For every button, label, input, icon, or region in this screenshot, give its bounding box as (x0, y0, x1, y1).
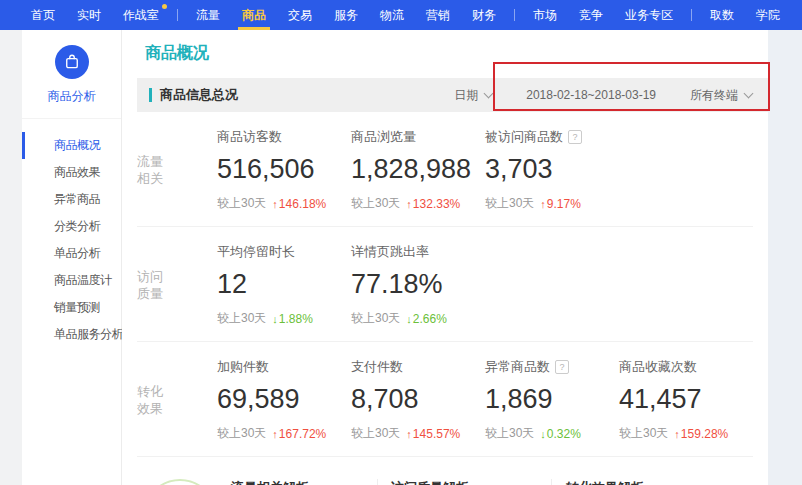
sidebar-section-label[interactable]: 商品分析 (22, 88, 121, 105)
metric-value: 77.18% (351, 269, 485, 300)
nav-divider (177, 9, 178, 21)
metric-item-avg-stay: 平均停留时长 12 较上30天 ↓1.88% (217, 243, 351, 327)
sidebar-item-single-item-analysis[interactable]: 单品分析 (22, 240, 121, 267)
nav-item-warroom[interactable]: 作战室 (112, 0, 170, 30)
down-arrow-icon: ↓ (272, 313, 278, 325)
app-window: 首页 实时 作战室 流量 商品 交易 服务 物流 营销 财务 市场 竞争 业务专… (0, 0, 802, 485)
nav-item-data-extract[interactable]: 取数 (699, 0, 745, 30)
section-title: 商品信息总况 (160, 86, 238, 104)
section-accent-bar (149, 88, 152, 102)
nav-item-finance[interactable]: 财务 (461, 0, 507, 30)
sidebar-item-single-item-service[interactable]: 单品服务分析 (22, 321, 121, 348)
change-percent: ↑9.17% (540, 197, 581, 211)
date-range-picker[interactable]: 2018-02-18~2018-03-19 (526, 88, 656, 102)
metric-value: 3,703 (485, 154, 619, 185)
main-content: 商品概况 商品信息总况 日期 2018-02-18~2018-03-19 所有终… (122, 30, 768, 485)
nav-item-academy[interactable]: 学院 (745, 0, 791, 30)
compare-label: 较上30天 (619, 425, 668, 442)
help-icon[interactable]: ? (568, 130, 582, 144)
sidebar-item-goods-effect[interactable]: 商品效果 (22, 159, 121, 186)
nav-divider (691, 9, 692, 21)
chevron-down-icon (744, 88, 754, 98)
nav-item-marketing[interactable]: 营销 (415, 0, 461, 30)
metric-label: 详情页跳出率 (351, 243, 429, 261)
compare-label: 较上30天 (485, 425, 534, 442)
metric-item-visitors: 商品访客数 516,506 较上30天 ↑146.18% (217, 128, 351, 212)
insight-title: 转化效果解析 (566, 479, 753, 485)
compare-label: 较上30天 (351, 425, 400, 442)
insight-visit-quality: 访问质量解析 虽然商品详情页日均跳出率比同行平均好，但平均停留时间低于同行平均，… (377, 479, 551, 485)
group-label: 转化效果 (137, 383, 165, 417)
up-arrow-icon: ↑ (406, 428, 412, 440)
metric-label: 商品收藏次数 (619, 358, 697, 376)
data-insights: 7天 数据解读 流量相关解析 访问质量解析 虽然商品详情页日均跳出率比同行平均好… (122, 457, 768, 485)
sidebar: 商品分析 商品概况 商品效果 异常商品 分类分析 单品分析 商品温度计 销量预测… (22, 30, 122, 485)
metric-label: 商品浏览量 (351, 128, 416, 146)
sidebar-header: 商品分析 (22, 30, 121, 119)
nav-item-business-zone[interactable]: 业务专区 (614, 0, 684, 30)
change-percent: ↑145.57% (406, 427, 460, 441)
metric-item-abnormal-goods: 异常商品数 ? 1,869 较上30天 ↓0.32% (485, 358, 619, 442)
metric-value: 516,506 (217, 154, 351, 185)
nav-item-trade[interactable]: 交易 (277, 0, 323, 30)
nav-item-home[interactable]: 首页 (20, 0, 66, 30)
group-label: 流量相关 (137, 153, 165, 187)
change-percent: ↓1.88% (272, 312, 313, 326)
group-label: 访问质量 (137, 268, 165, 302)
up-arrow-icon: ↑ (540, 198, 546, 210)
chevron-down-icon (484, 88, 494, 98)
filter-bar: 商品信息总况 日期 2018-02-18~2018-03-19 所有终端 (137, 78, 768, 112)
help-icon[interactable]: ? (555, 360, 569, 374)
metric-row-traffic: 流量相关 商品访客数 516,506 较上30天 ↑146.18% 商品浏览量 … (137, 112, 753, 227)
metric-value: 8,708 (351, 384, 485, 415)
change-percent: ↑132.33% (406, 197, 460, 211)
nav-item-market[interactable]: 市场 (522, 0, 568, 30)
compare-label: 较上30天 (217, 195, 266, 212)
metric-value: 12 (217, 269, 351, 300)
metric-row-conversion: 转化效果 加购件数 69,589 较上30天 ↑167.72% 支付件数 8,7… (137, 342, 753, 457)
date-type-dropdown[interactable]: 日期 (454, 87, 492, 104)
up-arrow-icon: ↑ (674, 428, 680, 440)
up-arrow-icon: ↑ (272, 428, 278, 440)
metric-item-cart-adds: 加购件数 69,589 较上30天 ↑167.72% (217, 358, 351, 442)
metric-value: 1,828,988 (351, 154, 485, 185)
nav-item-warroom-label: 作战室 (123, 8, 159, 22)
down-arrow-icon: ↓ (540, 428, 546, 440)
change-percent: ↑159.28% (674, 427, 728, 441)
compare-label: 较上30天 (351, 195, 400, 212)
nav-item-service[interactable]: 服务 (323, 0, 369, 30)
metric-value: 1,869 (485, 384, 619, 415)
left-rail (0, 30, 22, 485)
sidebar-item-category-analysis[interactable]: 分类分析 (22, 213, 121, 240)
nav-item-competition[interactable]: 竞争 (568, 0, 614, 30)
nav-item-logistics[interactable]: 物流 (369, 0, 415, 30)
metric-label: 异常商品数 (485, 358, 550, 376)
notification-dot-icon (162, 4, 167, 9)
metric-item-favorites: 商品收藏次数 41,457 较上30天 ↑159.28% (619, 358, 753, 442)
change-percent: ↓2.66% (406, 312, 447, 326)
compare-label: 较上30天 (351, 310, 400, 327)
metric-label: 商品访客数 (217, 128, 282, 146)
date-type-label: 日期 (454, 87, 478, 104)
nav-item-realtime[interactable]: 实时 (66, 0, 112, 30)
sidebar-item-abnormal-goods[interactable]: 异常商品 (22, 186, 121, 213)
metric-label: 平均停留时长 (217, 243, 295, 261)
metric-item-bounce-rate: 详情页跳出率 77.18% 较上30天 ↓2.66% (351, 243, 485, 327)
metric-value: 69,589 (217, 384, 351, 415)
terminal-dropdown[interactable]: 所有终端 (690, 87, 752, 104)
top-nav: 首页 实时 作战室 流量 商品 交易 服务 物流 营销 财务 市场 竞争 业务专… (0, 0, 802, 30)
sidebar-item-goods-thermometer[interactable]: 商品温度计 (22, 267, 121, 294)
sidebar-menu: 商品概况 商品效果 异常商品 分类分析 单品分析 商品温度计 销量预测 单品服务… (22, 119, 121, 348)
nav-item-goods[interactable]: 商品 (231, 0, 277, 30)
change-percent: ↑167.72% (272, 427, 326, 441)
sidebar-item-goods-overview[interactable]: 商品概况 (22, 132, 121, 159)
page-title: 商品概况 (145, 43, 768, 64)
compare-label: 较上30天 (485, 195, 534, 212)
nav-item-traffic[interactable]: 流量 (185, 0, 231, 30)
insight-title: 访问质量解析 (391, 479, 538, 485)
sidebar-item-sales-forecast[interactable]: 销量预测 (22, 294, 121, 321)
metric-item-visited-goods: 被访问商品数 ? 3,703 较上30天 ↑9.17% (485, 128, 619, 212)
insight-conversion: 转化效果解析 加购转化率表现还不错，但支付转化率低于同行平均，赶快到异常商品并结… (551, 479, 753, 485)
change-percent: ↓0.32% (540, 427, 581, 441)
up-arrow-icon: ↑ (406, 198, 412, 210)
